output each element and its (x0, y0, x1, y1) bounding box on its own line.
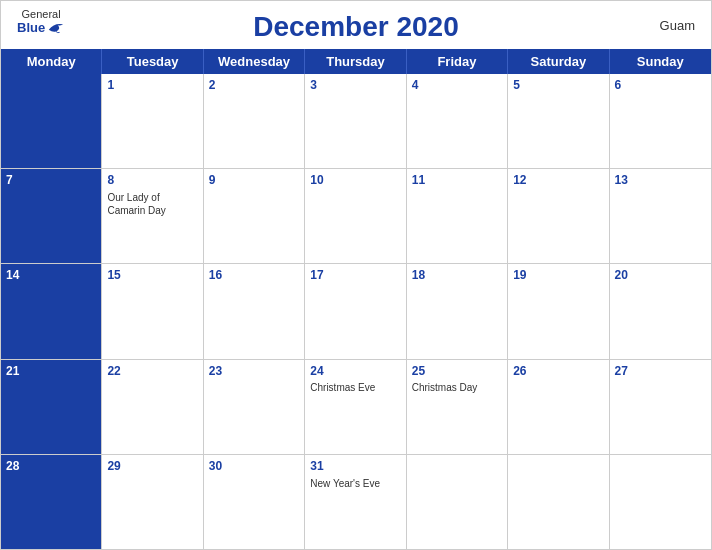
event-label: Our Lady of Camarin Day (107, 191, 197, 217)
day-cell: 17 (305, 264, 406, 358)
day-cell: 3 (305, 74, 406, 168)
day-cell: 2 (204, 74, 305, 168)
calendar-grid: MondayTuesdayWednesdayThursdayFridaySatu… (1, 49, 711, 549)
day-cell: 22 (102, 360, 203, 454)
day-number: 25 (412, 363, 502, 380)
calendar: General Blue December 2020 Guam MondayTu… (0, 0, 712, 550)
day-number: 2 (209, 77, 299, 94)
day-cell: 28 (1, 455, 102, 549)
day-header-monday: Monday (1, 49, 102, 74)
week-row-0: 123456 (1, 74, 711, 169)
logo-blue-text: Blue (17, 20, 65, 34)
day-cell: 31New Year's Eve (305, 455, 406, 549)
day-number: 17 (310, 267, 400, 284)
day-cell: 9 (204, 169, 305, 263)
day-header-wednesday: Wednesday (204, 49, 305, 74)
week-row-2: 14151617181920 (1, 264, 711, 359)
day-cell: 1 (102, 74, 203, 168)
day-header-thursday: Thursday (305, 49, 406, 74)
day-number: 18 (412, 267, 502, 284)
day-number: 19 (513, 267, 603, 284)
day-number: 1 (107, 77, 197, 94)
day-cell: 23 (204, 360, 305, 454)
day-number: 11 (412, 172, 502, 189)
day-number: 10 (310, 172, 400, 189)
event-label: Christmas Day (412, 381, 502, 394)
day-cell: 26 (508, 360, 609, 454)
day-number: 6 (615, 77, 706, 94)
logo-bird-icon (47, 20, 65, 34)
day-number: 14 (6, 267, 96, 284)
day-number: 27 (615, 363, 706, 380)
event-label: Christmas Eve (310, 381, 400, 394)
day-number: 3 (310, 77, 400, 94)
day-number: 23 (209, 363, 299, 380)
day-cell: 29 (102, 455, 203, 549)
day-number: 26 (513, 363, 603, 380)
day-cell: 12 (508, 169, 609, 263)
region-label: Guam (660, 18, 695, 33)
day-cell: 13 (610, 169, 711, 263)
week-row-1: 78Our Lady of Camarin Day910111213 (1, 169, 711, 264)
day-headers-row: MondayTuesdayWednesdayThursdayFridaySatu… (1, 49, 711, 74)
day-cell: 15 (102, 264, 203, 358)
day-number: 9 (209, 172, 299, 189)
day-cell (508, 455, 609, 549)
day-number: 30 (209, 458, 299, 475)
day-header-saturday: Saturday (508, 49, 609, 74)
day-cell: 19 (508, 264, 609, 358)
day-cell (1, 74, 102, 168)
day-cell: 14 (1, 264, 102, 358)
day-header-sunday: Sunday (610, 49, 711, 74)
day-number: 15 (107, 267, 197, 284)
day-number: 31 (310, 458, 400, 475)
logo-area: General Blue (17, 9, 65, 34)
day-cell: 7 (1, 169, 102, 263)
calendar-header: General Blue December 2020 Guam (1, 1, 711, 49)
week-row-3: 21222324Christmas Eve25Christmas Day2627 (1, 360, 711, 455)
day-cell (407, 455, 508, 549)
day-cell: 11 (407, 169, 508, 263)
day-number: 28 (6, 458, 96, 475)
day-cell: 16 (204, 264, 305, 358)
day-number: 24 (310, 363, 400, 380)
day-number: 12 (513, 172, 603, 189)
day-number: 13 (615, 172, 706, 189)
day-cell: 30 (204, 455, 305, 549)
weeks-container: 12345678Our Lady of Camarin Day910111213… (1, 74, 711, 549)
day-cell: 24Christmas Eve (305, 360, 406, 454)
day-number: 8 (107, 172, 197, 189)
day-number: 22 (107, 363, 197, 380)
day-number: 16 (209, 267, 299, 284)
day-number: 21 (6, 363, 96, 380)
day-number: 20 (615, 267, 706, 284)
day-cell: 25Christmas Day (407, 360, 508, 454)
day-cell: 27 (610, 360, 711, 454)
logo-general-text: General (22, 9, 61, 20)
day-cell: 5 (508, 74, 609, 168)
calendar-title: December 2020 (253, 11, 458, 43)
day-number: 5 (513, 77, 603, 94)
day-number: 7 (6, 172, 96, 189)
day-cell: 20 (610, 264, 711, 358)
week-row-4: 28293031New Year's Eve (1, 455, 711, 549)
day-cell: 4 (407, 74, 508, 168)
day-cell (610, 455, 711, 549)
day-cell: 10 (305, 169, 406, 263)
day-number: 29 (107, 458, 197, 475)
day-cell: 18 (407, 264, 508, 358)
day-number: 4 (412, 77, 502, 94)
day-header-friday: Friday (407, 49, 508, 74)
day-header-tuesday: Tuesday (102, 49, 203, 74)
event-label: New Year's Eve (310, 477, 400, 490)
day-cell: 8Our Lady of Camarin Day (102, 169, 203, 263)
day-cell: 21 (1, 360, 102, 454)
day-cell: 6 (610, 74, 711, 168)
